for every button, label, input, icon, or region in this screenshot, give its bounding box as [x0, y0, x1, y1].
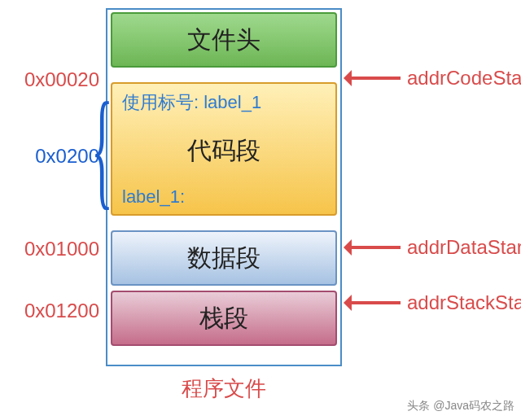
- gap-after-code: [107, 218, 340, 228]
- diagram-caption: 程序文件: [106, 374, 342, 403]
- code-label-def: label_1:: [112, 186, 185, 208]
- arrow-data-start: addrDataStart: [352, 236, 521, 259]
- program-file-diagram: 文件头 使用标号: label_1 代码段 label_1: 数据段 栈段: [106, 8, 342, 366]
- arrow-icon: [352, 301, 401, 304]
- arrow-code-start: addrCodeStart: [352, 67, 521, 90]
- address-stack-start: 0x01200: [24, 300, 99, 322]
- gap-after-header: [107, 70, 340, 80]
- segment-code: 使用标号: label_1 代码段 label_1:: [111, 82, 337, 216]
- segment-stack: 栈段: [111, 291, 337, 346]
- arrow-icon: [352, 246, 401, 249]
- arrow-icon: [352, 77, 401, 80]
- segment-code-label: 代码段: [187, 134, 260, 168]
- segment-data-label: 数据段: [187, 242, 260, 275]
- label-addr-data-start: addrDataStart: [407, 236, 521, 259]
- segment-header-label: 文件头: [187, 24, 260, 57]
- label-addr-code-start: addrCodeStart: [407, 67, 521, 90]
- address-code-start: 0x00020: [24, 68, 99, 91]
- code-label-use: 使用标号: label_1: [112, 90, 261, 115]
- segment-header: 文件头: [111, 12, 337, 68]
- address-data-start: 0x01000: [24, 238, 99, 260]
- address-code-offset: 0x0200: [35, 145, 99, 168]
- segment-data: 数据段: [111, 230, 337, 286]
- label-addr-stack-start: addrStackStart: [407, 291, 521, 314]
- arrow-stack-start: addrStackStart: [352, 291, 521, 314]
- segment-stack-label: 栈段: [199, 302, 248, 335]
- watermark: 头条 @Java码农之路: [407, 399, 514, 413]
